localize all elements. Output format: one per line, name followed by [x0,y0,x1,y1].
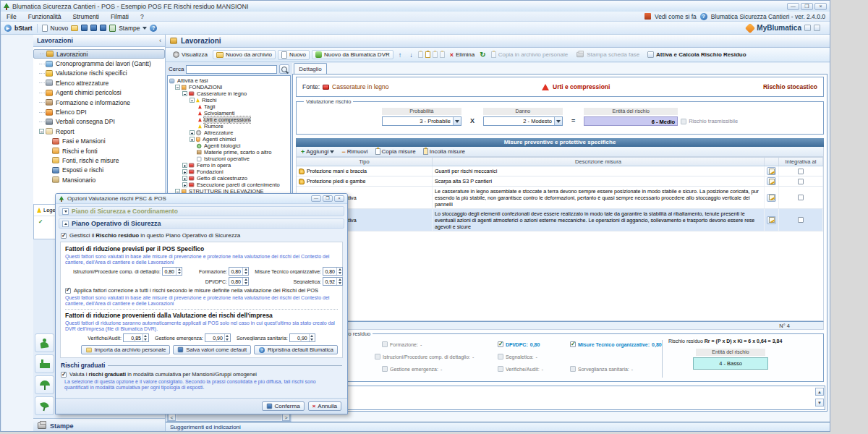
tree-item[interactable]: Tagli [169,103,290,110]
expander-icon[interactable] [182,163,187,168]
expander-icon[interactable] [175,85,180,90]
collapse-sidebar-icon[interactable]: ‹ [159,37,161,44]
minimize-icon[interactable]: — [787,3,799,10]
residuo-check[interactable]: Formazione:- [382,341,422,347]
spinner-arrows-icon[interactable] [336,278,342,285]
aggiungi-button[interactable]: +Aggiungi [301,148,334,156]
residuo-check[interactable]: Misure Tecnico organizzative:0,80 [570,341,662,347]
integrativa-psc-checkbox[interactable] [798,195,804,200]
expander-icon[interactable] [182,182,187,187]
tree-item[interactable]: Agenti biologici [169,142,290,149]
attiva-calcola-button[interactable]: Attiva e Calcola Rischio Residuo [644,51,749,59]
nuovo-button[interactable]: Nuovo [51,25,69,32]
istruzioni-spinner[interactable]: 0,80 [162,267,182,276]
title-bar[interactable]: Blumatica Sicurezza Cantieri - POS - Ese… [1,1,830,12]
sidebar-item-report[interactable]: Report [33,127,165,136]
edit-note-button[interactable] [767,216,776,224]
new-document-icon[interactable] [42,25,48,32]
menu-funzionalita[interactable]: Funzionalità [22,12,67,21]
tree-item-selected[interactable]: Urti e compressioni [169,116,290,123]
rimuovi-button[interactable]: −Rimuovi [341,148,367,156]
segnaletica-spinner[interactable]: 0,92 [323,277,343,286]
edit-note-button[interactable] [767,167,776,175]
applica-fattori-checkbox-row[interactable]: Applica fattori correzione a tutti i ris… [65,288,338,294]
residuo-check[interactable]: Istruzioni/Procedure comp. di dettaglio:… [375,354,474,359]
open-folder-icon[interactable] [71,25,78,31]
spinner-arrows-icon[interactable] [242,268,248,275]
nuovo-da-archivio-button[interactable]: Nuovo da archivio [213,50,276,59]
sidebar-item-esposti-rischi[interactable]: Esposti e rischi [33,166,165,175]
sidebar-item-elenco-attrezzature[interactable]: Elenco attrezzature [33,78,165,88]
help-icon[interactable] [150,25,157,32]
annulla-button[interactable]: ×Annulla [308,401,341,411]
bstart-icon[interactable] [4,25,12,32]
residuo-check[interactable]: Sorveglianza sanitaria:- [570,366,633,372]
emergenze-spinner[interactable]: 0,90 [205,333,231,342]
salva-default-button[interactable]: Salva valori come default [173,345,251,354]
sidebar-item-rischi-fonti[interactable]: Rischi e fonti [33,146,165,156]
tree-item[interactable]: Rischi [169,97,290,103]
move-down-button[interactable]: ↓ [407,51,416,59]
sidebar-item-verbali-dpi[interactable]: Verbali consegna DPI [33,117,165,127]
refresh-icon[interactable]: ↻ [480,51,485,59]
integrativa-psc-checkbox[interactable] [798,179,804,184]
sidebar-item-cronoprogramma[interactable]: Cronoprogramma dei lavori (Gantt) [33,59,165,68]
tree-item[interactable]: Esecuzione pareti di contenimento [169,182,290,188]
residuo-check[interactable]: Gestione emergenza:- [382,366,442,372]
spinner-arrows-icon[interactable] [142,334,148,341]
minimize-icon[interactable]: — [311,195,321,202]
probabilita-select[interactable]: 3 - Probabile [382,116,461,126]
news-icon[interactable] [814,25,820,31]
sorveglianza-spinner[interactable]: 0,90 [289,333,315,342]
save-all-icon[interactable] [100,25,106,31]
sidebar-item-lavorazioni[interactable]: Lavorazioni [33,49,165,59]
paste-icon[interactable] [425,51,430,58]
table-row[interactable]: Protezione piedi e gambe Scarpa alta S3 … [297,176,823,187]
copy-all-icon[interactable] [433,51,438,58]
spinner-arrows-icon[interactable] [176,268,182,275]
checkbox[interactable] [65,288,71,294]
edit-note-button[interactable] [767,194,776,202]
sidebar-item-mansionario[interactable]: Mansionario [33,175,165,184]
search-input[interactable] [186,65,277,74]
tab-dettaglio[interactable]: Dettaglio [294,63,327,74]
rischio-trasmissibile-checkbox[interactable] [681,119,686,124]
tree-item[interactable]: Attrezzature [169,129,290,136]
tree-item[interactable]: Rumore [169,123,290,129]
spinner-arrows-icon[interactable] [242,278,248,285]
importa-archivio-button[interactable]: Importa da archivio personale [81,345,171,354]
integrativa-psc-checkbox[interactable] [798,169,804,174]
sidebar-item-agenti-chimici[interactable]: Agenti chimici pericolosi [33,88,165,98]
tree-item[interactable]: Getto di calcestruzzo [169,175,290,182]
notes-area[interactable]: ▲ ▼ [294,386,825,410]
myblumatica-link[interactable]: MyBlumatica [757,24,801,32]
residuo-check[interactable]: Verifiche/Audit:- [498,366,543,372]
save-icon[interactable] [81,25,88,31]
copia-misure-button[interactable]: Copia misure [375,148,416,155]
spinner-arrows-icon[interactable] [224,334,230,341]
close-icon[interactable]: × [334,195,344,202]
module-sicurezza-button[interactable] [35,375,54,394]
tree-item[interactable]: Istruzioni operative [169,156,290,162]
expander-icon[interactable] [182,169,187,174]
verifiche-spinner[interactable]: 0,85 [123,333,149,342]
tree-item[interactable]: Casserature in legno [169,90,290,97]
notification-icon[interactable] [804,25,811,31]
checkbox[interactable] [61,372,67,378]
residuo-check[interactable]: DPI/DPC:0,80 [498,341,540,347]
spinner-arrows-icon[interactable] [336,268,342,275]
menu-strumenti[interactable]: Strumenti [67,12,105,21]
visualizza-button[interactable]: Visualizza [170,51,210,59]
stampe-button[interactable]: Stampe [119,25,140,32]
formazione-spinner[interactable]: 0,80 [229,267,249,276]
chevron-up-icon[interactable] [62,221,69,227]
sidebar-item-valutazione-rischi[interactable]: Valutazione rischi specifici [33,69,165,78]
ripristina-default-button[interactable]: Ripristina default Blumatica [254,345,338,354]
chevron-down-icon[interactable] [554,117,562,125]
sidebar-item-fonti-rischi-misure[interactable]: Fonti, rischi e misure [33,156,165,165]
expander-icon[interactable] [182,91,187,96]
menu-filmati[interactable]: Filmati [105,12,135,21]
tree-item[interactable]: Agenti chimici [169,136,290,142]
chevron-down-icon[interactable] [453,117,461,125]
scroll-right-icon[interactable]: > [282,414,290,421]
